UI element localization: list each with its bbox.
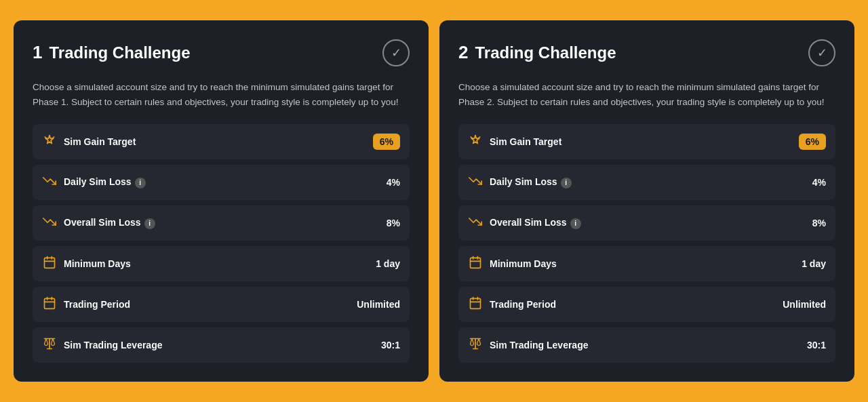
- row-label-sim-gain-target: Sim Gain Target: [64, 136, 136, 147]
- row-value-sim-gain-target: 6%: [373, 134, 400, 150]
- card-title-2: Trading Challenge: [475, 43, 616, 62]
- row-label-minimum-days: Minimum Days: [64, 258, 131, 269]
- row-daily-sim-loss-card-2: Daily Sim Lossi4%: [458, 165, 835, 200]
- check-circle-2[interactable]: ✓: [808, 39, 835, 66]
- card-header-2: 2Trading Challenge✓: [458, 39, 835, 66]
- trending-down-icon: [468, 215, 483, 231]
- row-label-minimum-days: Minimum Days: [490, 258, 557, 269]
- row-sim-gain-target-card-2: Sim Gain Target6%: [458, 124, 835, 159]
- row-label-trading-period: Trading Period: [490, 299, 556, 310]
- row-overall-sim-loss-card-2: Overall Sim Lossi8%: [458, 205, 835, 241]
- row-value-minimum-days: 1 day: [376, 258, 400, 269]
- info-icon-overall-sim-loss[interactable]: i: [144, 218, 155, 229]
- trending-down-icon: [468, 174, 483, 190]
- row-left-1: Daily Sim Lossi: [468, 174, 572, 190]
- row-value-daily-sim-loss: 4%: [812, 177, 826, 188]
- row-label-sim-trading-leverage: Sim Trading Leverage: [490, 340, 589, 350]
- row-value-sim-gain-target: 6%: [799, 134, 826, 150]
- row-label-trading-period: Trading Period: [64, 299, 130, 310]
- card-title-1: Trading Challenge: [49, 43, 190, 62]
- scale-icon: [468, 337, 483, 353]
- row-value-overall-sim-loss: 8%: [387, 218, 400, 228]
- row-sim-trading-leverage-card-2: Sim Trading Leverage30:1: [458, 327, 835, 363]
- svg-line-0: [45, 137, 46, 138]
- row-left-2: Overall Sim Lossi: [42, 215, 155, 231]
- row-label-overall-sim-loss: Overall Sim Lossi: [64, 217, 155, 229]
- calendar-icon: [468, 256, 483, 272]
- row-sim-gain-target-card-1: Sim Gain Target6%: [33, 124, 410, 159]
- svg-rect-6: [45, 298, 55, 308]
- row-label-sim-gain-target: Sim Gain Target: [490, 136, 561, 147]
- calendar-icon: [468, 296, 483, 313]
- row-left-4: Trading Period: [468, 296, 556, 313]
- info-icon-daily-sim-loss[interactable]: i: [561, 178, 572, 188]
- svg-rect-19: [471, 298, 481, 308]
- row-overall-sim-loss-card-1: Overall Sim Lossi8%: [33, 205, 410, 241]
- svg-rect-15: [471, 258, 481, 268]
- cards-container: 1Trading Challenge✓Choose a simulated ac…: [14, 20, 854, 382]
- row-left-1: Daily Sim Lossi: [42, 174, 146, 190]
- row-left-0: Sim Gain Target: [468, 134, 561, 150]
- row-daily-sim-loss-card-1: Daily Sim Lossi4%: [33, 165, 410, 200]
- trading-challenge-card-2: 2Trading Challenge✓Choose a simulated ac…: [439, 20, 854, 382]
- row-minimum-days-card-1: Minimum Days1 day: [33, 246, 410, 281]
- row-value-daily-sim-loss: 4%: [387, 177, 400, 188]
- row-left-3: Minimum Days: [42, 256, 131, 272]
- row-trading-period-card-2: Trading PeriodUnlimited: [458, 287, 835, 322]
- row-value-overall-sim-loss: 8%: [812, 218, 826, 228]
- card-number-2: 2: [458, 42, 468, 63]
- row-value-sim-trading-leverage: 30:1: [381, 340, 400, 350]
- row-left-5: Sim Trading Leverage: [42, 337, 163, 353]
- check-circle-1[interactable]: ✓: [382, 39, 410, 66]
- card-title-group-2: 2Trading Challenge: [458, 42, 616, 63]
- row-left-5: Sim Trading Leverage: [468, 337, 589, 353]
- row-sim-trading-leverage-card-1: Sim Trading Leverage30:1: [33, 327, 410, 363]
- scale-icon: [42, 337, 57, 353]
- star-icon: [468, 134, 483, 150]
- info-icon-overall-sim-loss[interactable]: i: [570, 218, 581, 229]
- card-header-1: 1Trading Challenge✓: [33, 39, 410, 66]
- card-description-2: Choose a simulated account size and try …: [458, 80, 835, 109]
- card-number-1: 1: [33, 42, 42, 63]
- trending-down-icon: [42, 174, 57, 190]
- row-left-0: Sim Gain Target: [42, 134, 136, 150]
- row-left-3: Minimum Days: [468, 256, 557, 272]
- row-left-4: Trading Period: [42, 296, 130, 313]
- row-label-daily-sim-loss: Daily Sim Lossi: [64, 176, 146, 188]
- svg-line-13: [471, 137, 472, 138]
- row-value-trading-period: Unlimited: [783, 299, 826, 310]
- row-value-trading-period: Unlimited: [357, 299, 400, 310]
- row-value-minimum-days: 1 day: [802, 258, 826, 269]
- star-icon: [42, 134, 57, 150]
- calendar-icon: [42, 296, 57, 313]
- info-icon-daily-sim-loss[interactable]: i: [135, 178, 146, 188]
- row-value-sim-trading-leverage: 30:1: [807, 340, 826, 350]
- svg-rect-2: [45, 258, 55, 268]
- row-label-daily-sim-loss: Daily Sim Lossi: [490, 176, 572, 188]
- row-label-sim-trading-leverage: Sim Trading Leverage: [64, 340, 163, 350]
- card-title-group-1: 1Trading Challenge: [33, 42, 191, 63]
- row-label-overall-sim-loss: Overall Sim Lossi: [490, 217, 581, 229]
- card-description-1: Choose a simulated account size and try …: [33, 80, 410, 109]
- calendar-icon: [42, 256, 57, 272]
- svg-line-14: [479, 137, 480, 138]
- row-minimum-days-card-2: Minimum Days1 day: [458, 246, 835, 281]
- svg-line-1: [53, 137, 54, 138]
- row-left-2: Overall Sim Lossi: [468, 215, 581, 231]
- trading-challenge-card-1: 1Trading Challenge✓Choose a simulated ac…: [14, 20, 429, 382]
- row-trading-period-card-1: Trading PeriodUnlimited: [33, 287, 410, 322]
- trending-down-icon: [42, 215, 57, 231]
